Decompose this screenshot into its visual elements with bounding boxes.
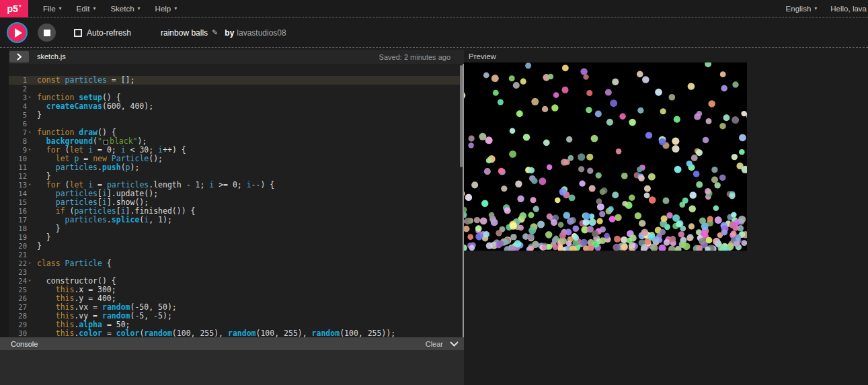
sketch-preview-frame bbox=[464, 62, 747, 251]
fold-gutter bbox=[27, 286, 32, 294]
menu-file[interactable]: File▾ bbox=[43, 5, 62, 13]
menu-help[interactable]: Help▾ bbox=[155, 5, 177, 13]
fold-gutter bbox=[27, 233, 32, 242]
code-line[interactable]: 4 createCanvas(600, 400); bbox=[9, 102, 464, 111]
fold-gutter bbox=[27, 163, 32, 172]
console-clear-button[interactable]: Clear bbox=[426, 340, 443, 348]
line-number: 22 bbox=[9, 259, 27, 268]
fold-arrow-icon[interactable]: ▾ bbox=[27, 259, 32, 268]
code-line[interactable]: 11 particles.push(p); bbox=[9, 163, 464, 172]
fold-gutter bbox=[27, 312, 32, 320]
fold-gutter bbox=[27, 207, 32, 216]
code-lines: 1const particles = [];23▾function setup(… bbox=[9, 76, 464, 337]
expand-sidebar-button[interactable] bbox=[9, 51, 29, 62]
sketch-canvas[interactable] bbox=[464, 62, 747, 251]
code-text: } bbox=[32, 111, 42, 120]
language-selector[interactable]: English▾ bbox=[786, 5, 818, 13]
line-number: 29 bbox=[9, 320, 27, 329]
chevron-down-icon: ▾ bbox=[59, 5, 62, 11]
code-line[interactable]: 17 particles.splice(i, 1); bbox=[9, 216, 464, 224]
fold-gutter bbox=[27, 224, 32, 233]
line-number: 3 bbox=[9, 93, 27, 102]
line-number: 11 bbox=[9, 163, 27, 172]
fold-gutter bbox=[27, 172, 32, 181]
fold-gutter bbox=[27, 294, 32, 303]
fold-gutter bbox=[27, 120, 32, 128]
chevron-down-icon: ▾ bbox=[174, 5, 177, 11]
chevron-down-icon: ▾ bbox=[93, 5, 95, 11]
fold-arrow-icon[interactable]: ▾ bbox=[27, 146, 32, 155]
line-number: 17 bbox=[9, 216, 27, 224]
code-line[interactable]: 19 } bbox=[9, 233, 464, 242]
fold-gutter bbox=[27, 137, 32, 146]
stop-button[interactable] bbox=[38, 24, 56, 42]
fold-gutter bbox=[27, 189, 32, 198]
author-name[interactable]: lavastudios08 bbox=[237, 28, 286, 38]
color-swatch-icon bbox=[104, 140, 108, 144]
line-number: 12 bbox=[9, 172, 27, 181]
console-collapse-button[interactable] bbox=[450, 341, 459, 347]
fold-gutter bbox=[27, 111, 32, 120]
fold-gutter bbox=[27, 198, 32, 207]
line-number: 24 bbox=[9, 277, 27, 286]
play-icon bbox=[15, 28, 22, 38]
code-line[interactable]: 18 } bbox=[9, 224, 464, 233]
auto-refresh-checkbox[interactable] bbox=[74, 29, 82, 37]
fold-gutter bbox=[27, 216, 32, 224]
console-label: Console bbox=[11, 340, 38, 348]
line-number: 8 bbox=[9, 137, 27, 146]
console-header: Console Clear bbox=[0, 337, 464, 350]
fold-gutter bbox=[27, 303, 32, 312]
line-number: 4 bbox=[9, 102, 27, 111]
line-number: 30 bbox=[9, 329, 27, 337]
line-number: 15 bbox=[9, 198, 27, 207]
fold-gutter bbox=[27, 155, 32, 163]
menu-edit[interactable]: Edit▾ bbox=[77, 5, 96, 13]
code-line[interactable]: 20} bbox=[9, 242, 464, 251]
line-number: 7 bbox=[9, 128, 27, 137]
collapsed-file-panel bbox=[0, 48, 9, 337]
fold-arrow-icon[interactable]: ▾ bbox=[27, 128, 32, 137]
code-text: const particles = []; bbox=[32, 76, 134, 85]
line-number: 21 bbox=[9, 251, 27, 259]
fold-gutter bbox=[27, 85, 32, 93]
code-text: createCanvas(600, 400); bbox=[32, 102, 153, 111]
line-number: 26 bbox=[9, 294, 27, 303]
p5-logo[interactable]: p5* bbox=[0, 0, 28, 17]
line-number: 18 bbox=[9, 224, 27, 233]
line-number: 28 bbox=[9, 312, 27, 320]
line-number: 16 bbox=[9, 207, 27, 216]
code-line[interactable]: 5} bbox=[9, 111, 464, 120]
menu-sketch[interactable]: Sketch▾ bbox=[110, 5, 140, 13]
code-line[interactable]: 22▾class Particle { bbox=[9, 259, 464, 268]
fold-gutter bbox=[27, 242, 32, 251]
code-text bbox=[32, 251, 37, 259]
code-text: } bbox=[32, 242, 42, 251]
stop-icon bbox=[44, 30, 50, 36]
fold-gutter bbox=[27, 102, 32, 111]
line-number: 20 bbox=[9, 242, 27, 251]
chevron-right-icon bbox=[17, 53, 22, 60]
fold-arrow-icon[interactable]: ▾ bbox=[27, 93, 32, 102]
code-line[interactable]: 30 this.color = color(random(100, 255), … bbox=[9, 329, 464, 337]
chevron-down-icon: ▾ bbox=[814, 5, 817, 11]
code-text bbox=[32, 120, 37, 128]
code-editor[interactable]: 1const particles = [];23▾function setup(… bbox=[9, 64, 464, 337]
editor-file-header: sketch.js Saved: 2 minutes ago bbox=[9, 50, 464, 64]
code-line[interactable]: 1const particles = []; bbox=[9, 76, 464, 85]
line-number: 19 bbox=[9, 233, 27, 242]
line-number: 14 bbox=[9, 189, 27, 198]
fold-arrow-icon[interactable]: ▾ bbox=[27, 277, 32, 286]
fold-arrow-icon[interactable]: ▾ bbox=[27, 181, 32, 189]
line-number: 2 bbox=[9, 85, 27, 93]
by-label: by bbox=[225, 28, 234, 38]
fold-gutter bbox=[27, 329, 32, 337]
user-greeting[interactable]: Hello, lava bbox=[830, 5, 867, 13]
code-text bbox=[32, 268, 37, 277]
tab-sketch-js[interactable]: sketch.js bbox=[37, 52, 66, 60]
preview-label: Preview bbox=[469, 52, 496, 60]
fold-gutter bbox=[27, 76, 32, 85]
play-button[interactable] bbox=[7, 22, 28, 43]
edit-pencil-icon[interactable]: ✎ bbox=[212, 28, 218, 37]
sketch-toolbar: Auto-refresh rainbow balls ✎ by lavastud… bbox=[0, 18, 868, 48]
